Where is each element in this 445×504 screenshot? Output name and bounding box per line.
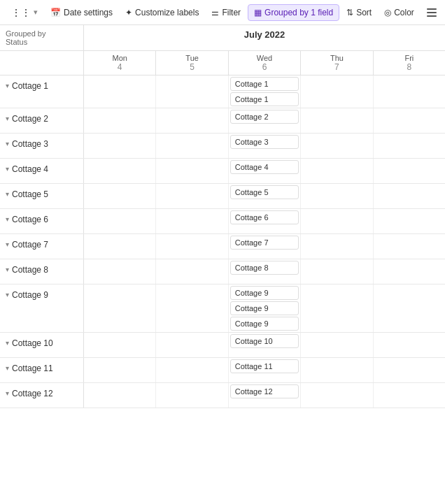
sort-icon: ⇅ (346, 8, 353, 17)
day-cell-2: Cottage 5 (229, 184, 301, 208)
chevron-icon: ▾ (6, 82, 9, 89)
day-header-wed: Wed6 (229, 51, 301, 75)
chevron-icon: ▾ (6, 291, 9, 298)
chevron-icon: ▾ (6, 389, 9, 397)
color-button[interactable]: ◎ Color (379, 5, 420, 20)
group-label[interactable]: ▾Cottage 9 (0, 285, 84, 332)
day-cell-1 (156, 285, 228, 332)
group-label[interactable]: ▾Cottage 6 (0, 209, 84, 233)
day-num: 7 (302, 62, 371, 72)
group-row: ▾Cottage 1Cottage 1Cottage 1 (0, 75, 445, 108)
day-cells: Cottage 8 (84, 259, 445, 284)
day-cell-3 (301, 285, 373, 332)
day-cells: Cottage 11 (84, 358, 445, 382)
day-cell-1 (156, 108, 228, 133)
event-card[interactable]: Cottage 1 (230, 92, 299, 106)
day-cell-3 (301, 184, 373, 208)
event-card[interactable]: Cottage 7 (230, 236, 299, 250)
day-header-cols: Mon4Tue5Wed6Thu7Fri8 (84, 51, 445, 75)
day-cell-0 (84, 285, 156, 332)
day-header-mon: Mon4 (84, 51, 156, 75)
customize-labels-button[interactable]: ✦ Customize labels (120, 5, 204, 20)
day-cell-0 (84, 184, 156, 208)
group-label[interactable]: ▾Cottage 4 (0, 159, 84, 183)
day-cells: Cottage 10 (84, 333, 445, 357)
day-cell-1 (156, 259, 228, 284)
day-cells: Cottage 9Cottage 9Cottage 9 (84, 285, 445, 332)
event-card[interactable]: Cottage 1 (230, 77, 299, 91)
toolbar: ⋮⋮ ▾ 📅 Date settings ✦ Customize labels … (0, 0, 445, 25)
event-card[interactable]: Cottage 9 (230, 301, 299, 315)
chevron-icon: ▾ (6, 240, 9, 248)
day-cell-4 (374, 383, 445, 408)
day-cell-2: Cottage 4 (229, 159, 301, 183)
day-cell-2: Cottage 11 (229, 358, 301, 382)
group-row: ▾Cottage 3Cottage 3 (0, 134, 445, 159)
event-card[interactable]: Cottage 3 (230, 135, 299, 149)
filter-button[interactable]: ⚌ Filter (206, 5, 246, 20)
group-label[interactable]: ▾Cottage 1 (0, 75, 84, 108)
group-label[interactable]: ▾Cottage 7 (0, 234, 84, 259)
event-card[interactable]: Cottage 5 (230, 185, 299, 199)
day-header-tue: Tue5 (156, 51, 228, 75)
day-cell-1 (156, 234, 228, 259)
hamburger-line-1 (427, 8, 437, 10)
view-name: ▾ (34, 8, 38, 17)
group-label[interactable]: ▾Cottage 11 (0, 358, 84, 382)
day-cell-1 (156, 209, 228, 233)
star-icon: ✦ (125, 8, 132, 17)
event-card[interactable]: Cottage 12 (230, 384, 299, 398)
day-cell-4 (374, 159, 445, 183)
group-label[interactable]: ▾Cottage 10 (0, 333, 84, 357)
day-cell-0 (84, 75, 156, 108)
group-label-text: Cottage 6 (12, 215, 48, 224)
day-cell-1 (156, 383, 228, 408)
event-card[interactable]: Cottage 8 (230, 261, 299, 275)
event-card[interactable]: Cottage 9 (230, 286, 299, 300)
group-row: ▾Cottage 7Cottage 7 (0, 234, 445, 259)
grid-icon-button[interactable]: ⋮⋮ ▾ (6, 4, 43, 21)
event-card[interactable]: Cottage 6 (230, 210, 299, 224)
group-label[interactable]: ▾Cottage 2 (0, 108, 84, 133)
group-label[interactable]: ▾Cottage 5 (0, 184, 84, 208)
day-cell-1 (156, 333, 228, 357)
day-cell-2: Cottage 8 (229, 259, 301, 284)
date-settings-label: Date settings (64, 8, 113, 17)
group-label-text: Cottage 3 (12, 139, 48, 149)
event-card[interactable]: Cottage 2 (230, 110, 299, 124)
calendar-icon: 📅 (50, 8, 61, 17)
grouped-by-text: Grouped by (6, 29, 78, 38)
event-card[interactable]: Cottage 10 (230, 334, 299, 348)
day-cell-0 (84, 108, 156, 133)
calendar-grid: ▾Cottage 1Cottage 1Cottage 1▾Cottage 2Co… (0, 75, 445, 408)
day-header-fri: Fri8 (374, 51, 445, 75)
chevron-icon: ▾ (6, 339, 9, 347)
sort-label: Sort (356, 8, 372, 17)
day-cell-3 (301, 259, 373, 284)
day-headers-row: Mon4Tue5Wed6Thu7Fri8 (0, 51, 445, 75)
chevron-icon: ▾ (6, 115, 9, 122)
day-cell-4 (374, 358, 445, 382)
event-card[interactable]: Cottage 11 (230, 359, 299, 373)
grouped-by-button[interactable]: ▦ Grouped by 1 field (248, 4, 339, 21)
day-cell-2: Cottage 10 (229, 333, 301, 357)
group-by-field-label: Grouped by Status (0, 25, 84, 50)
event-card[interactable]: Cottage 4 (230, 160, 299, 174)
month-title: July 2022 (84, 25, 445, 50)
menu-button[interactable] (423, 4, 441, 21)
group-label[interactable]: ▾Cottage 8 (0, 259, 84, 284)
group-label[interactable]: ▾Cottage 12 (0, 383, 84, 408)
chevron-icon: ▾ (6, 364, 9, 372)
group-row: ▾Cottage 2Cottage 2 (0, 108, 445, 134)
day-cell-2: Cottage 7 (229, 234, 301, 259)
group-label-text: Cottage 2 (12, 114, 48, 124)
event-card[interactable]: Cottage 9 (230, 317, 299, 331)
day-cell-2: Cottage 6 (229, 209, 301, 233)
sort-button[interactable]: ⇅ Sort (341, 5, 377, 20)
grouped-by-label: Grouped by 1 field (264, 8, 333, 17)
group-row: ▾Cottage 9Cottage 9Cottage 9Cottage 9 (0, 285, 445, 333)
date-settings-button[interactable]: 📅 Date settings (45, 5, 118, 20)
hamburger-line-3 (427, 15, 437, 17)
group-label[interactable]: ▾Cottage 3 (0, 134, 84, 158)
day-cells: Cottage 2 (84, 108, 445, 133)
